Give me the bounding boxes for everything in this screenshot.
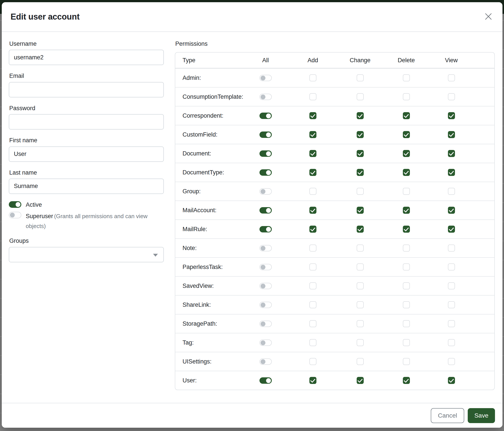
view-checkbox[interactable] <box>448 282 455 289</box>
delete-checkbox[interactable] <box>403 169 410 176</box>
change-checkbox[interactable] <box>357 244 364 251</box>
delete-checkbox[interactable] <box>403 301 410 308</box>
all-toggle[interactable] <box>260 340 272 346</box>
username-input[interactable] <box>9 50 164 65</box>
all-toggle[interactable] <box>260 264 272 270</box>
change-checkbox[interactable] <box>357 226 364 233</box>
add-checkbox[interactable] <box>309 93 316 100</box>
view-checkbox[interactable] <box>448 74 455 81</box>
email-input[interactable] <box>9 82 164 98</box>
cancel-button[interactable]: Cancel <box>431 408 464 423</box>
view-checkbox[interactable] <box>448 93 455 100</box>
add-checkbox[interactable] <box>309 339 316 346</box>
add-checkbox[interactable] <box>309 226 316 233</box>
all-toggle[interactable] <box>260 226 272 233</box>
change-checkbox[interactable] <box>357 74 364 81</box>
add-checkbox[interactable] <box>309 377 316 384</box>
view-checkbox[interactable] <box>448 188 455 195</box>
delete-checkbox[interactable] <box>403 339 410 346</box>
close-button[interactable] <box>482 11 495 23</box>
change-checkbox[interactable] <box>357 282 364 289</box>
delete-checkbox[interactable] <box>403 282 410 289</box>
superuser-toggle[interactable] <box>9 212 21 218</box>
delete-checkbox[interactable] <box>403 263 410 270</box>
view-checkbox[interactable] <box>448 169 455 176</box>
add-checkbox[interactable] <box>309 301 316 308</box>
add-checkbox[interactable] <box>309 131 316 138</box>
change-checkbox[interactable] <box>357 301 364 308</box>
active-toggle[interactable] <box>9 201 21 208</box>
all-toggle[interactable] <box>260 207 272 214</box>
delete-checkbox[interactable] <box>403 74 410 81</box>
delete-checkbox[interactable] <box>403 320 410 327</box>
delete-checkbox[interactable] <box>403 93 410 100</box>
permission-type-label: Tag: <box>175 339 242 346</box>
view-checkbox[interactable] <box>448 339 455 346</box>
change-checkbox[interactable] <box>357 207 364 214</box>
add-checkbox[interactable] <box>309 169 316 176</box>
delete-checkbox[interactable] <box>403 131 410 138</box>
view-checkbox[interactable] <box>448 207 455 214</box>
delete-checkbox[interactable] <box>403 244 410 251</box>
all-toggle[interactable] <box>260 359 272 365</box>
add-checkbox[interactable] <box>309 150 316 157</box>
change-checkbox[interactable] <box>357 169 364 176</box>
all-toggle[interactable] <box>260 321 272 327</box>
add-checkbox[interactable] <box>309 207 316 214</box>
password-input[interactable] <box>9 114 164 130</box>
all-toggle[interactable] <box>260 283 272 289</box>
last-name-label: Last name <box>9 169 164 176</box>
add-checkbox[interactable] <box>309 263 316 270</box>
change-checkbox[interactable] <box>357 263 364 270</box>
add-checkbox[interactable] <box>309 320 316 327</box>
delete-checkbox[interactable] <box>403 188 410 195</box>
view-checkbox[interactable] <box>448 377 455 384</box>
last-name-input[interactable] <box>9 179 164 194</box>
first-name-input[interactable] <box>9 146 164 162</box>
groups-select[interactable] <box>9 247 164 262</box>
view-checkbox[interactable] <box>448 131 455 138</box>
delete-checkbox[interactable] <box>403 377 410 384</box>
all-toggle[interactable] <box>260 245 272 251</box>
permission-row: ShareLink: <box>175 295 494 314</box>
save-button[interactable]: Save <box>468 408 495 423</box>
add-checkbox[interactable] <box>309 112 316 119</box>
view-checkbox[interactable] <box>448 301 455 308</box>
all-toggle[interactable] <box>260 132 272 138</box>
add-checkbox[interactable] <box>309 282 316 289</box>
permission-type-label: Document: <box>175 150 242 157</box>
delete-checkbox[interactable] <box>403 207 410 214</box>
view-checkbox[interactable] <box>448 358 455 365</box>
add-checkbox[interactable] <box>309 74 316 81</box>
change-checkbox[interactable] <box>357 377 364 384</box>
all-toggle[interactable] <box>260 94 272 100</box>
add-checkbox[interactable] <box>309 188 316 195</box>
view-checkbox[interactable] <box>448 244 455 251</box>
delete-checkbox[interactable] <box>403 112 410 119</box>
change-checkbox[interactable] <box>357 150 364 157</box>
change-checkbox[interactable] <box>357 131 364 138</box>
view-checkbox[interactable] <box>448 320 455 327</box>
all-toggle[interactable] <box>260 169 272 176</box>
view-checkbox[interactable] <box>448 263 455 270</box>
change-checkbox[interactable] <box>357 339 364 346</box>
delete-checkbox[interactable] <box>403 150 410 157</box>
all-toggle[interactable] <box>260 113 272 119</box>
change-checkbox[interactable] <box>357 358 364 365</box>
all-toggle[interactable] <box>260 377 272 384</box>
change-checkbox[interactable] <box>357 112 364 119</box>
view-checkbox[interactable] <box>448 112 455 119</box>
add-checkbox[interactable] <box>309 358 316 365</box>
view-checkbox[interactable] <box>448 226 455 233</box>
all-toggle[interactable] <box>260 302 272 308</box>
change-checkbox[interactable] <box>357 320 364 327</box>
all-toggle[interactable] <box>260 150 272 157</box>
change-checkbox[interactable] <box>357 188 364 195</box>
delete-checkbox[interactable] <box>403 226 410 233</box>
view-checkbox[interactable] <box>448 150 455 157</box>
delete-checkbox[interactable] <box>403 358 410 365</box>
all-toggle[interactable] <box>260 75 272 81</box>
all-toggle[interactable] <box>260 188 272 195</box>
change-checkbox[interactable] <box>357 93 364 100</box>
add-checkbox[interactable] <box>309 244 316 251</box>
